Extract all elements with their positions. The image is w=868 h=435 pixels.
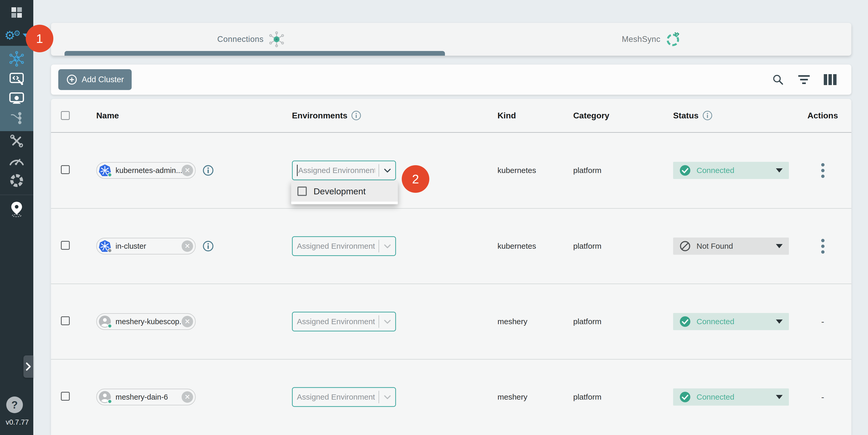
column-header-kind[interactable]: Kind: [497, 111, 573, 120]
active-tab-indicator: [65, 51, 445, 56]
service-graph-icon: [9, 111, 24, 125]
sidebar-collapse-button[interactable]: [23, 355, 33, 378]
columns-icon: [824, 74, 837, 85]
row-actions-menu-button[interactable]: [818, 236, 827, 256]
column-header-environments[interactable]: Environments: [292, 110, 497, 121]
add-cluster-label: Add Cluster: [82, 75, 124, 84]
annotation-badge-2: 2: [402, 165, 429, 193]
kind-cell: meshery: [497, 317, 573, 326]
chevron-down-icon[interactable]: [383, 392, 392, 402]
option-label: Development: [313, 186, 366, 196]
sidebar-item-connections[interactable]: [0, 49, 33, 69]
table-row: kubernetes-admin... ✕ Assigned Environme…: [51, 133, 851, 208]
tab-meshsync[interactable]: MeshSync: [451, 23, 851, 56]
status-label: Not Found: [696, 242, 770, 251]
environments-select[interactable]: Assigned Environments: [292, 387, 396, 407]
location-pin-icon: [10, 201, 23, 217]
info-icon[interactable]: [351, 110, 362, 121]
row-actions-menu-button[interactable]: [818, 160, 827, 181]
status-label: Connected: [696, 317, 770, 326]
info-icon[interactable]: [702, 110, 713, 121]
connection-info-icon[interactable]: [203, 165, 214, 176]
table-row: in-cluster ✕ Assigned Environments kuber…: [51, 208, 851, 284]
filter-button[interactable]: [797, 73, 811, 86]
search-icon: [772, 74, 784, 86]
row-checkbox[interactable]: [61, 241, 70, 250]
plus-circle-icon: [66, 74, 78, 85]
status-select[interactable]: Connected: [673, 389, 789, 406]
environments-select[interactable]: Assigned Environments: [292, 160, 396, 180]
caret-down-icon: [776, 319, 783, 324]
remove-connection-icon[interactable]: ✕: [182, 165, 193, 176]
chevron-down-icon[interactable]: [383, 317, 392, 326]
dashboard-icon: [11, 7, 22, 18]
chevron-down-icon[interactable]: [383, 242, 392, 251]
kubernetes-icon: [98, 240, 111, 253]
sidebar-item-configuration[interactable]: [0, 131, 33, 151]
sidebar-item-adapters[interactable]: [0, 69, 33, 89]
person-screen-icon: [8, 92, 25, 105]
kind-cell: kubernetes: [497, 242, 573, 251]
view-columns-button[interactable]: [823, 73, 837, 86]
connection-name-chip[interactable]: kubernetes-admin... ✕: [96, 162, 196, 179]
connection-name: meshery-dain-6: [111, 393, 182, 401]
row-checkbox[interactable]: [61, 165, 70, 174]
connection-name-chip[interactable]: meshery-dain-6 ✕: [96, 389, 196, 405]
column-header-name[interactable]: Name: [96, 111, 292, 120]
kubernetes-icon: [98, 164, 111, 177]
sidebar-item-performance[interactable]: [0, 151, 33, 171]
remove-connection-icon[interactable]: ✕: [182, 316, 193, 327]
column-header-actions: Actions: [794, 111, 851, 120]
status-select[interactable]: Not Found: [673, 238, 789, 255]
connection-name-chip[interactable]: in-cluster ✕: [96, 238, 196, 254]
caret-down-icon: [776, 168, 783, 173]
remove-connection-icon[interactable]: ✕: [182, 240, 193, 252]
sidebar-item-extensions[interactable]: [0, 171, 33, 190]
option-checkbox[interactable]: [298, 187, 307, 196]
sidebar-divider: [0, 195, 33, 195]
filter-icon: [798, 75, 810, 84]
connection-name-chip[interactable]: meshery-kubescop... ✕: [96, 313, 196, 330]
search-button[interactable]: [771, 73, 785, 86]
sidebar-item-dashboard[interactable]: [0, 0, 33, 25]
column-header-category[interactable]: Category: [573, 111, 673, 120]
text-cursor: [297, 165, 298, 176]
help-button[interactable]: ?: [6, 397, 23, 413]
gear-small-icon: ⚙: [13, 29, 21, 37]
version-label: v0.7.77: [6, 418, 29, 427]
environment-option-development[interactable]: Development: [291, 181, 398, 201]
connection-info-icon[interactable]: [203, 240, 214, 252]
environments-select[interactable]: Assigned Environments: [292, 236, 396, 256]
table-header: Name Environments Kind Category Status A…: [51, 99, 851, 133]
connection-name: in-cluster: [111, 242, 182, 251]
add-cluster-button[interactable]: Add Cluster: [58, 69, 132, 90]
meshsync-spinner-icon: [665, 31, 681, 47]
connection-name: meshery-kubescop...: [111, 317, 182, 326]
status-select[interactable]: Connected: [673, 162, 789, 179]
person-avatar-icon: [98, 391, 111, 404]
row-checkbox[interactable]: [61, 392, 70, 401]
question-mark-icon: ?: [11, 399, 18, 411]
chevron-down-icon[interactable]: [383, 166, 392, 175]
no-actions-placeholder: -: [821, 392, 824, 402]
row-checkbox[interactable]: [61, 316, 70, 325]
status-dot: [107, 173, 112, 177]
status-select[interactable]: Connected: [673, 313, 789, 330]
table-toolbar: Add Cluster: [51, 64, 851, 95]
connection-name: kubernetes-admin...: [111, 166, 182, 175]
caret-down-icon: [776, 395, 783, 399]
remove-connection-icon[interactable]: ✕: [182, 391, 193, 403]
code-screen-icon: [9, 72, 25, 85]
select-all-checkbox[interactable]: [61, 111, 70, 120]
column-header-status[interactable]: Status: [673, 110, 794, 121]
environments-placeholder: Assigned Environments: [297, 393, 375, 401]
tab-connections-label: Connections: [217, 35, 264, 44]
category-cell: platform: [573, 166, 673, 175]
environments-placeholder: Assigned Environments: [298, 166, 375, 175]
chevron-right-icon: [25, 362, 32, 371]
slash-circle-icon: [679, 240, 691, 252]
environments-select[interactable]: Assigned Environments: [292, 312, 396, 332]
sidebar-item-workspaces[interactable]: [0, 89, 33, 108]
sidebar-item-service-graph[interactable]: [0, 108, 33, 128]
sidebar-item-catalog[interactable]: [0, 199, 33, 219]
